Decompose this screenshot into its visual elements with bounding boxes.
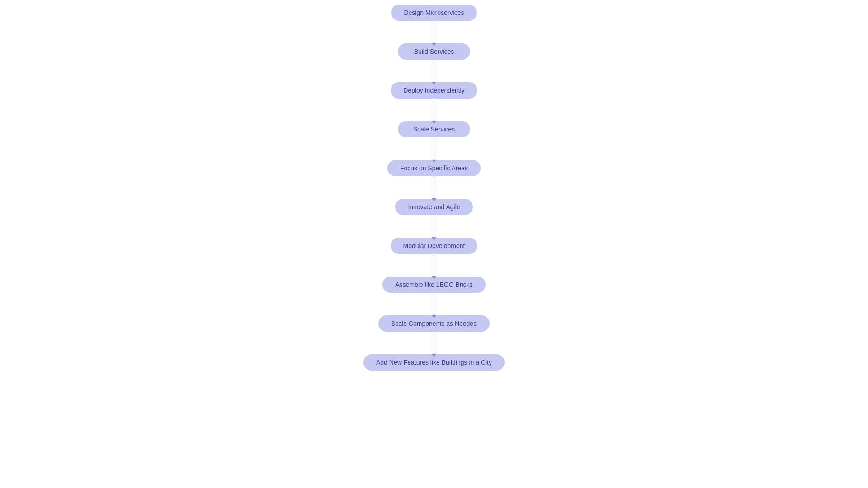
connector-5: [434, 176, 434, 199]
connector-6: [434, 215, 434, 238]
connector-4: [434, 137, 434, 160]
connector-8: [434, 293, 434, 315]
connector-7: [434, 254, 434, 277]
flowchart: Design MicroservicesBuild ServicesDeploy…: [363, 0, 505, 371]
connector-1: [434, 21, 434, 43]
connector-9: [434, 332, 434, 354]
connector-3: [434, 99, 434, 121]
connector-2: [434, 60, 434, 82]
node-1: Design Microservices: [391, 5, 476, 21]
